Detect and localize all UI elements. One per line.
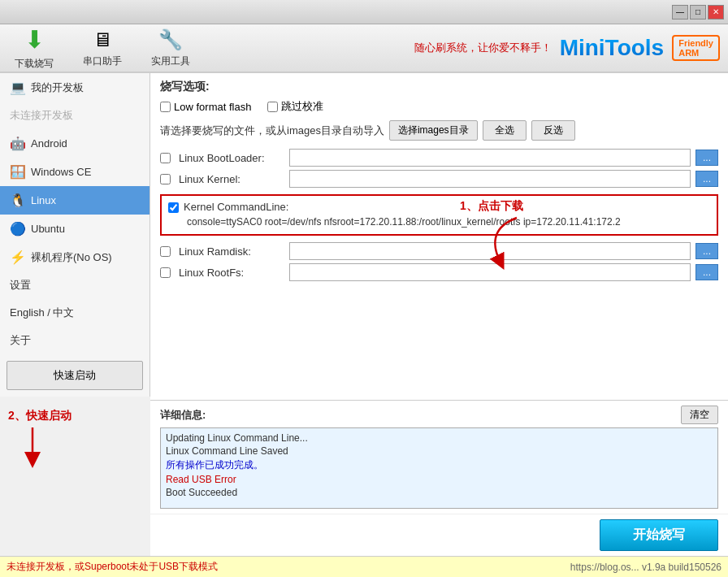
linux-icon: 🐧 [10,193,26,208]
file-select-label: 请选择要烧写的文件，或从images目录自动导入 [160,124,384,138]
log-line-1: Linux Command Line Saved [166,445,713,458]
tools-icon: 🔧 [158,28,183,51]
sidebar-item-wince[interactable]: 🪟 Windows CE [0,158,150,186]
sidebar-ubuntu-label: Ubuntu [31,223,65,235]
ramdisk-label: Linux Ramdisk: [179,245,284,258]
sidebar-wince-label: Windows CE [31,166,91,178]
ramdisk-input[interactable] [289,242,691,260]
sidebar-list: 💻 我的开发板 未连接开发板 🤖 Android 🪟 Windows CE 🐧 … [0,73,150,397]
ramdisk-browse[interactable]: ... [696,243,718,259]
ramdisk-row: Linux Ramdisk: ... [160,242,718,260]
status-bar: 未连接开发板，或Superboot未处于USB下载模式 https://blog… [0,556,728,577]
quick-start-label: 快速启动 [54,369,96,381]
log-line-3: Read USB Error [166,473,713,486]
maximize-button[interactable]: □ [690,5,706,20]
start-burn-row: 开始烧写 [150,514,728,556]
minitools-brand: MiniTools [560,35,665,61]
low-format-checkbox[interactable] [160,102,171,112]
sidebar-language-label: English / 中文 [10,306,74,320]
sidebar-item-about[interactable]: 关于 [0,327,150,354]
sidebar-android-label: Android [31,137,67,150]
main-layout: 💻 我的开发板 未连接开发板 🤖 Android 🪟 Windows CE 🐧 … [0,73,728,556]
kernel-row: Linux Kernel: ... [160,170,718,188]
btn-select-all[interactable]: 全选 [483,120,526,141]
kernel-checkbox[interactable] [160,174,171,184]
start-burn-button[interactable]: 开始烧写 [600,519,718,551]
btn-clear[interactable]: 清空 [681,406,718,424]
toolbar-download-burn[interactable]: ⬇ 下载烧写 [8,22,60,74]
rootfs-input[interactable] [289,263,691,281]
toolbar: ⬇ 下载烧写 🖥 串口助手 🔧 实用工具 随心刷系统，让你爱不释手！ MiniT… [0,24,728,73]
log-line-4: Boot Succeeded [166,486,713,499]
details-section: 详细信息: 清空 Updating Linux Command Line... … [150,400,728,514]
bootloader-checkbox[interactable] [160,153,171,163]
skip-calibrate-label: 跳过校准 [281,99,323,114]
ramdisk-checkbox[interactable] [160,246,171,257]
file-select-row: 请选择要烧写的文件，或从images目录自动导入 选择images目录 全选 反… [160,120,718,141]
sidebar-linux-label: Linux [31,194,56,206]
toolbar-download-label: 下载烧写 [15,57,54,71]
kernel-cmdline-block: Kernel CommandLine: console=ttySAC0 root… [160,194,718,236]
btn-deselect[interactable]: 反选 [531,120,575,141]
file-rows: Linux BootLoader: ... Linux Kernel: ... [160,149,718,281]
slogan-text: 随心刷系统，让你爱不释手！ [414,41,552,55]
sidebar-item-language[interactable]: English / 中文 [0,299,150,327]
friendlyarm-label: FriendlyARM [678,38,713,58]
kernel-cmdline-row: Kernel CommandLine: console=ttySAC0 root… [168,201,710,229]
log-area[interactable]: Updating Linux Command Line... Linux Com… [160,427,718,509]
quick-start-button[interactable]: 快速启动 [6,361,143,390]
toolbar-tools-label: 实用工具 [151,54,190,68]
sidebar-item-ubuntu[interactable]: 🔵 Ubuntu [0,215,150,243]
kernel-cmdline-label: Kernel CommandLine: [184,201,710,213]
close-button[interactable]: ✕ [708,5,724,20]
toolbar-tools[interactable]: 🔧 实用工具 [145,25,197,72]
minimize-button[interactable]: — [672,5,688,20]
details-header: 详细信息: 清空 [160,406,718,424]
sidebar-item-settings[interactable]: 设置 [0,271,150,299]
log-line-2: 所有操作已成功完成。 [166,458,713,473]
kernel-cmdline-checkbox[interactable] [168,202,179,213]
bootloader-input[interactable] [289,149,691,167]
options-row: Low format flash 跳过校准 [160,99,718,114]
baremetal-icon: ⚡ [10,249,26,265]
sidebar-about-label: 关于 [10,333,31,348]
sidebar-devboard-label: 我的开发板 [31,80,84,95]
sidebar: 💻 我的开发板 未连接开发板 🤖 Android 🪟 Windows CE 🐧 … [0,73,150,556]
bootloader-row: Linux BootLoader: ... [160,149,718,167]
content-area: 烧写选项: Low format flash 跳过校准 请选择要烧写的文件，或从… [150,73,728,556]
rootfs-browse[interactable]: ... [696,264,718,280]
sidebar-item-linux[interactable]: 🐧 Linux [0,186,150,215]
toolbar-serial-label: 串口助手 [83,54,122,68]
skip-calibrate-checkbox[interactable] [267,102,278,112]
sidebar-item-devboard[interactable]: 💻 我的开发板 [0,73,150,102]
details-title: 详细信息: [160,408,206,423]
kernel-label: Linux Kernel: [179,173,284,185]
btn-images-dir[interactable]: 选择images目录 [389,120,478,141]
wince-icon: 🪟 [10,164,26,180]
title-bar: — □ ✕ [0,0,728,24]
sidebar-baremetal-label: 裸机程序(No OS) [31,250,112,265]
friendlyarm-logo: FriendlyARM [672,35,720,61]
status-right: https://blog.os... v1.9a build150526 [570,562,722,573]
rootfs-row: Linux RootFs: ... [160,263,718,281]
sidebar-item-baremetal[interactable]: ⚡ 裸机程序(No OS) [0,243,150,271]
sidebar-item-android[interactable]: 🤖 Android [0,129,150,158]
rootfs-checkbox[interactable] [160,267,171,278]
annotation-2: 2、快速启动 [8,409,72,475]
status-left: 未连接开发板，或Superboot未处于USB下载模式 [6,560,218,574]
skip-calibrate-option[interactable]: 跳过校准 [267,99,323,114]
toolbar-serial[interactable]: 🖥 串口助手 [76,25,128,72]
log-line-0: Updating Linux Command Line... [166,432,713,445]
low-format-label: Low format flash [174,101,251,113]
content-wrapper: 1、点击下载 烧写选项: Low format flash 跳过校准 [150,73,728,556]
ubuntu-icon: 🔵 [10,221,26,236]
burn-section: 烧写选项: Low format flash 跳过校准 请选择要烧写的文件，或从… [150,73,728,400]
bootloader-browse[interactable]: ... [696,150,718,166]
kernel-cmdline-value: console=ttySAC0 root=/dev/nfs nfsroot=17… [184,215,710,229]
kernel-browse[interactable]: ... [696,171,718,187]
low-format-option[interactable]: Low format flash [160,101,251,113]
kernel-input[interactable] [289,170,691,188]
toolbar-title: 随心刷系统，让你爱不释手！ MiniTools FriendlyARM [398,35,720,61]
burn-options-title: 烧写选项: [160,80,718,94]
download-icon: ⬇ [24,25,45,54]
